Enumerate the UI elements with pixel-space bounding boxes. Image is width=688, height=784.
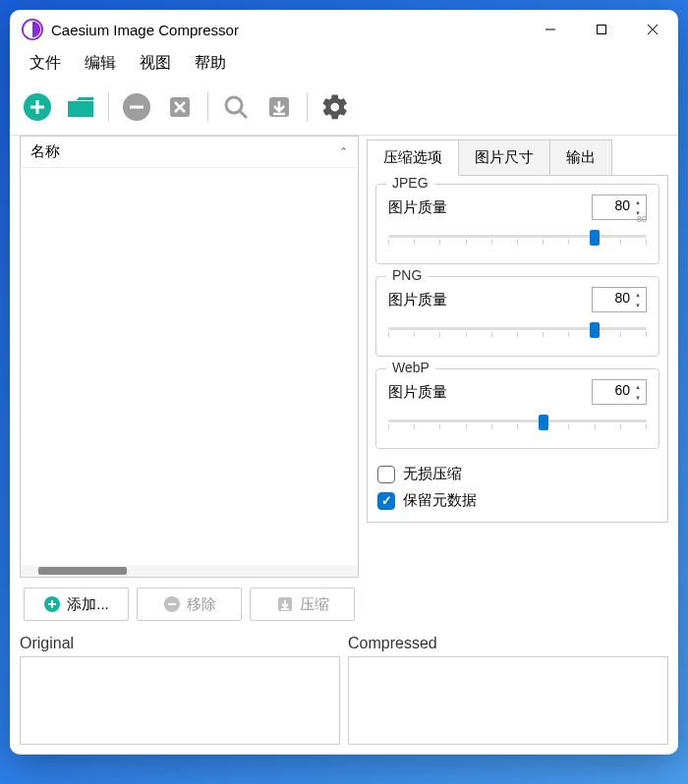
- jpeg-group-label: JPEG: [386, 175, 434, 191]
- maximize-button[interactable]: [576, 10, 627, 49]
- menu-file[interactable]: 文件: [20, 51, 71, 76]
- remove-button[interactable]: [119, 89, 154, 125]
- keep-metadata-label: 保留元数据: [403, 491, 477, 510]
- original-preview: Original: [20, 635, 340, 745]
- lossless-checkbox[interactable]: [377, 466, 395, 483]
- compress-icon: [276, 595, 294, 613]
- toolbar: [10, 84, 678, 136]
- add-button-label: 添加...: [67, 595, 109, 614]
- menubar: 文件 编辑 视图 帮助: [10, 49, 678, 84]
- webp-group: WebP 图片质量 60 ▲▼: [375, 368, 659, 449]
- png-group-label: PNG: [386, 267, 428, 283]
- compressed-label: Compressed: [348, 635, 668, 652]
- list-header[interactable]: 名称 ⌃: [21, 137, 358, 168]
- spin-up-icon[interactable]: ▲: [631, 196, 645, 207]
- jpeg-quality-slider[interactable]: 80: [388, 226, 647, 246]
- app-icon: [22, 19, 43, 40]
- compressed-preview: Compressed: [348, 635, 668, 745]
- plus-circle-icon: [43, 595, 61, 613]
- webp-group-label: WebP: [386, 360, 435, 375]
- tab-output[interactable]: 输出: [550, 140, 612, 176]
- right-pane: 压缩选项 图片尺寸 输出 JPEG 图片质量 80 ▲▼ 80: [359, 136, 678, 631]
- horizontal-scrollbar[interactable]: [21, 565, 358, 577]
- original-label: Original: [20, 635, 340, 652]
- metadata-row: 保留元数据: [375, 487, 659, 514]
- svg-line-14: [240, 111, 247, 118]
- menu-edit[interactable]: 编辑: [75, 51, 126, 76]
- window-controls: [525, 10, 678, 49]
- webp-quality-slider[interactable]: [388, 411, 647, 430]
- action-row: 添加... 移除 压缩: [20, 578, 359, 631]
- tab-bar: 压缩选项 图片尺寸 输出: [367, 140, 668, 176]
- add-file-button[interactable]: [20, 89, 55, 125]
- main-area: 名称 ⌃ 添加... 移除 压缩: [10, 136, 678, 631]
- png-quality-label: 图片质量: [388, 291, 447, 309]
- menu-view[interactable]: 视图: [130, 51, 181, 76]
- slider-max-hint: 80: [637, 214, 647, 224]
- minimize-button[interactable]: [525, 10, 576, 49]
- minus-circle-icon: [163, 595, 181, 613]
- spin-down-icon[interactable]: ▼: [631, 300, 645, 310]
- lossless-label: 无损压缩: [403, 465, 462, 483]
- spin-up-icon[interactable]: ▲: [631, 381, 645, 392]
- tab-content: JPEG 图片质量 80 ▲▼ 80: [367, 175, 668, 523]
- left-pane: 名称 ⌃ 添加... 移除 压缩: [10, 136, 359, 631]
- svg-rect-2: [598, 26, 606, 34]
- toolbar-divider: [108, 92, 109, 122]
- compress-button-label: 压缩: [300, 595, 329, 614]
- keep-metadata-checkbox[interactable]: [377, 492, 395, 510]
- preview-row: Original Compressed: [10, 631, 678, 755]
- compressed-preview-box: [348, 656, 668, 745]
- toolbar-divider: [207, 92, 208, 122]
- compress-button[interactable]: [261, 89, 297, 125]
- png-quality-input[interactable]: 80 ▲▼: [592, 287, 647, 312]
- list-body: [21, 168, 358, 565]
- remove-button-label: 移除: [187, 595, 216, 614]
- column-name: 名称: [30, 142, 339, 161]
- spin-down-icon[interactable]: ▼: [631, 392, 645, 403]
- webp-quality-input[interactable]: 60 ▲▼: [592, 379, 647, 405]
- tab-compress-options[interactable]: 压缩选项: [367, 140, 459, 176]
- png-quality-slider[interactable]: [388, 318, 647, 338]
- slider-thumb[interactable]: [590, 230, 600, 246]
- slider-thumb[interactable]: [590, 322, 600, 338]
- file-list[interactable]: 名称 ⌃: [20, 136, 359, 578]
- titlebar: Caesium Image Compressor: [10, 10, 678, 49]
- window-title: Caesium Image Compressor: [51, 22, 525, 38]
- compress-action-button[interactable]: 压缩: [250, 588, 355, 621]
- png-group: PNG 图片质量 80 ▲▼: [375, 276, 659, 357]
- add-button[interactable]: 添加...: [24, 588, 129, 621]
- app-window: Caesium Image Compressor 文件 编辑 视图 帮助: [10, 10, 678, 755]
- original-preview-box: [20, 656, 340, 745]
- toolbar-divider: [307, 92, 308, 122]
- preview-button[interactable]: [218, 89, 254, 125]
- close-button[interactable]: [627, 10, 678, 49]
- scrollbar-thumb[interactable]: [38, 567, 127, 575]
- webp-quality-label: 图片质量: [388, 383, 447, 402]
- remove-action-button[interactable]: 移除: [137, 588, 242, 621]
- spin-up-icon[interactable]: ▲: [631, 289, 645, 300]
- jpeg-quality-label: 图片质量: [388, 198, 447, 217]
- open-folder-button[interactable]: [63, 89, 98, 125]
- sort-indicator-icon: ⌃: [339, 145, 348, 158]
- settings-button[interactable]: [317, 89, 353, 125]
- lossless-row: 无损压缩: [375, 461, 659, 487]
- svg-point-13: [226, 97, 242, 113]
- tab-image-size[interactable]: 图片尺寸: [459, 140, 550, 176]
- menu-help[interactable]: 帮助: [185, 51, 236, 76]
- slider-thumb[interactable]: [539, 415, 548, 430]
- clear-list-button[interactable]: [162, 89, 198, 125]
- jpeg-group: JPEG 图片质量 80 ▲▼ 80: [375, 184, 659, 264]
